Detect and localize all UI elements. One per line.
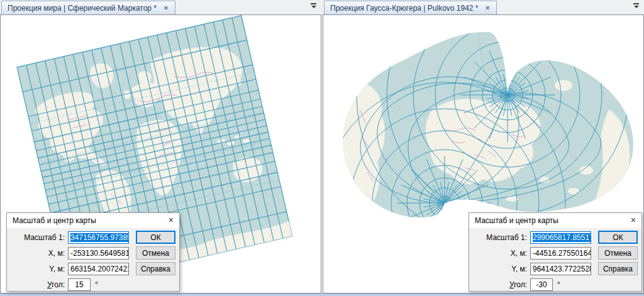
map-panel-gauss-kruger: Проекция Гаусса-Крюгера | Pulkovo 1942 *…: [323, 0, 644, 293]
degree-sign: °: [557, 278, 560, 291]
x-label: X, м:: [7, 247, 65, 260]
tab-list-icon[interactable]: [633, 3, 640, 11]
angle-label: Угол:: [469, 278, 527, 291]
ok-button[interactable]: ОК: [598, 231, 638, 244]
app-window: { "panels": [ { "tab_label": "Проекция м…: [0, 0, 644, 296]
angle-input[interactable]: 15: [68, 278, 91, 291]
tab-bar: Проекция Гаусса-Крюгера | Pulkovo 1942 *…: [323, 0, 644, 14]
map-panel-mercator: Проекция мира | Сферический Маркатор * ×: [0, 0, 321, 293]
scale-label: Масштаб 1:: [7, 231, 65, 244]
tab-bar: Проекция мира | Сферический Маркатор * ×: [0, 0, 321, 14]
help-button[interactable]: Справка: [598, 262, 638, 275]
tab-mercator[interactable]: Проекция мира | Сферический Маркатор * ×: [1, 1, 175, 14]
y-label: Y, м:: [7, 263, 65, 275]
scale-label: Масштаб 1:: [469, 231, 527, 244]
x-label: X, м:: [469, 247, 527, 260]
scale-center-dialog: Масштаб и центр карты × Масштаб 1: 29906…: [469, 212, 642, 292]
cancel-button[interactable]: Отмена: [598, 246, 638, 260]
dialog-close-icon[interactable]: ×: [169, 216, 174, 224]
tab-list-icon[interactable]: [310, 3, 317, 11]
tab-label: Проекция мира | Сферический Маркатор *: [8, 4, 157, 13]
scale-input[interactable]: 299065817.855171: [530, 231, 591, 244]
scale-input[interactable]: 347156755.973895: [68, 231, 129, 244]
dialog-title: Масштаб и центр карты: [13, 216, 96, 225]
tab-close-icon[interactable]: ×: [163, 4, 169, 12]
scale-center-dialog: Масштаб и центр карты × Масштаб 1: 34715…: [6, 212, 180, 292]
help-button[interactable]: Справка: [136, 262, 175, 275]
y-input[interactable]: 663154.200724218: [68, 263, 129, 275]
angle-input[interactable]: -30: [530, 278, 553, 291]
angle-label: Угол:: [7, 278, 65, 291]
dialog-titlebar[interactable]: Масштаб и центр карты: [469, 213, 641, 228]
ok-button[interactable]: ОК: [136, 231, 175, 244]
degree-sign: °: [95, 278, 98, 291]
x-input[interactable]: -44516.2755016401: [530, 247, 591, 260]
x-input[interactable]: -253130.564958181: [68, 247, 129, 260]
tab-gauss-kruger[interactable]: Проекция Гаусса-Крюгера | Pulkovo 1942 *…: [324, 1, 497, 14]
cancel-button[interactable]: Отмена: [136, 246, 175, 260]
dialog-title: Масштаб и центр карты: [475, 216, 558, 225]
y-label: Y, м:: [469, 263, 527, 275]
window-bottom-edge: [0, 293, 644, 296]
tab-close-icon[interactable]: ×: [485, 4, 491, 12]
dialog-close-icon[interactable]: ×: [631, 216, 636, 224]
y-input[interactable]: 9641423.77225282: [530, 263, 591, 275]
tab-label: Проекция Гаусса-Крюгера | Pulkovo 1942 *: [330, 4, 479, 13]
dialog-titlebar[interactable]: Масштаб и центр карты: [7, 213, 179, 228]
